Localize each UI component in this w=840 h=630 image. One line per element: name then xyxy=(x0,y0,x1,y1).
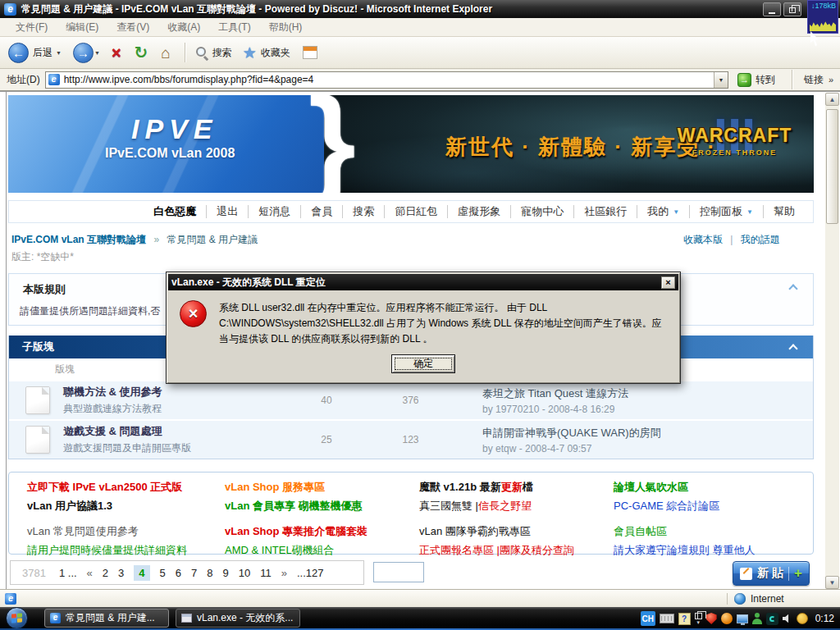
history-icon[interactable] xyxy=(303,46,317,59)
promo-link[interactable]: vLan 常見問題使用參考 xyxy=(27,524,220,539)
nav-pet-center[interactable]: 寵物中心 xyxy=(510,205,573,218)
address-input[interactable]: http://www.ipve.com/bbs/forumdisplay.php… xyxy=(64,74,714,85)
search-icon[interactable] xyxy=(196,47,208,59)
promo-link[interactable]: vLan Shop 服務專區 xyxy=(225,480,418,495)
antivirus-tray-icon[interactable] xyxy=(721,613,733,624)
promo-link[interactable]: 請大家遵守論壇規則 尊重他人 xyxy=(614,543,806,558)
forward-dropdown-icon[interactable]: ▼ xyxy=(94,50,100,56)
page-link-2[interactable]: 2 xyxy=(103,567,108,579)
ime-help-icon[interactable]: ? xyxy=(678,613,691,625)
page-link-9[interactable]: 9 xyxy=(222,567,228,579)
breadcrumb-root-link[interactable]: IPvE.COM vLan 互聯對戰論壇 xyxy=(11,234,146,245)
nav-my-menu[interactable]: 我的▼ xyxy=(637,205,689,218)
dialog-close-button[interactable]: × xyxy=(661,276,675,289)
nav-avatar[interactable]: 虛擬形象 xyxy=(447,205,510,218)
start-button[interactable] xyxy=(6,607,28,629)
nav-bank[interactable]: 社區銀行 xyxy=(573,205,637,218)
nav-members[interactable]: 會員 xyxy=(300,205,342,218)
scrollbar-thumb[interactable] xyxy=(826,109,838,224)
nav-control-panel-menu[interactable]: 控制面板▼ xyxy=(689,205,763,218)
forum-title-link[interactable]: 遊戲支援 & 問題處理 xyxy=(63,424,281,439)
menu-file[interactable]: 文件(F) xyxy=(7,21,57,34)
favorite-forum-link[interactable]: 收藏本版 xyxy=(683,234,723,245)
collapse-chevron-icon[interactable] xyxy=(788,344,797,353)
page-link-8[interactable]: 8 xyxy=(207,567,212,579)
messenger-smiley-icon[interactable] xyxy=(797,613,808,624)
forum-banner[interactable]: IPVE IPvE.COM vLan 2008 } 新世代 · 新體驗 · 新享… xyxy=(8,95,814,193)
links-chevron-icon[interactable]: » xyxy=(829,75,833,84)
nav-logout[interactable]: 退出 xyxy=(206,205,248,218)
toolbar-restore-control[interactable]: ▼ xyxy=(695,613,702,625)
taskbar-task-browser[interactable]: e 常見問題 & 用户建... xyxy=(44,609,169,628)
go-button[interactable]: → 转到 xyxy=(732,71,781,89)
scroll-up-button[interactable]: ▲ xyxy=(825,93,839,106)
promo-link[interactable]: 論壇人氣吹水區 xyxy=(614,480,806,495)
scroll-down-button[interactable]: ▼ xyxy=(825,576,839,589)
page-link-5[interactable]: 5 xyxy=(160,567,166,579)
menu-edit[interactable]: 编辑(E) xyxy=(57,21,107,34)
vertical-scrollbar[interactable]: ▲ ▼ xyxy=(825,93,839,589)
my-topics-link[interactable]: 我的話題 xyxy=(741,234,780,245)
promo-link[interactable]: 真三國無雙 |信長之野望 xyxy=(419,499,612,514)
nav-help[interactable]: 幫助 xyxy=(763,205,805,218)
keyboard-icon[interactable] xyxy=(660,614,674,623)
links-label[interactable]: 链接 xyxy=(804,73,824,87)
promo-link[interactable]: 會員自帖區 xyxy=(614,524,806,539)
refresh-button[interactable]: ↻ xyxy=(135,44,148,61)
table-row[interactable]: 聯機方法 & 使用參考 典型遊戲連線方法教程 40 376 泰坦之旅 Titan… xyxy=(9,380,813,419)
forum-title-link[interactable]: 聯機方法 & 使用參考 xyxy=(63,385,281,399)
new-post-button[interactable]: 新 貼 + xyxy=(733,561,810,586)
minimize-button[interactable] xyxy=(763,2,781,16)
page-link-6[interactable]: 6 xyxy=(176,567,181,579)
promo-link[interactable]: AMD & INTEL砌機組合 xyxy=(225,543,418,558)
menu-favorites[interactable]: 收藏(A) xyxy=(158,21,209,34)
forward-button[interactable]: → xyxy=(73,43,94,63)
page-link-11[interactable]: 11 xyxy=(260,567,272,579)
promo-link[interactable]: vLan 會員專享 砌機整機優惠 xyxy=(225,499,418,514)
taskbar-task-dialog[interactable]: vLan.exe - 无效的系... xyxy=(176,609,300,628)
language-indicator[interactable]: CH xyxy=(641,611,655,626)
last-post-link[interactable]: 申請開雷神戰爭(QUAKE WAR)的房間 xyxy=(482,426,661,441)
stop-button[interactable]: × xyxy=(112,44,121,61)
network-meter-widget[interactable]: ↓178kB xyxy=(807,0,838,34)
volume-icon[interactable] xyxy=(783,614,792,623)
network-tray-icon[interactable] xyxy=(737,614,748,623)
promo-link[interactable]: 魔獸 v1.21b 最新更新檔 xyxy=(419,480,612,495)
nav-search[interactable]: 搜索 xyxy=(342,205,384,218)
nav-redpacket[interactable]: 節日紅包 xyxy=(384,205,447,218)
back-dropdown-icon[interactable]: ▼ xyxy=(56,50,62,56)
promo-link[interactable]: 立即下載 IPvE vLan2500 正式版 xyxy=(27,480,220,495)
page-link-last[interactable]: ...127 xyxy=(297,567,324,579)
favorites-star-icon[interactable]: ★ xyxy=(243,43,257,62)
page-link-7[interactable]: 7 xyxy=(191,567,197,579)
app-tray-icon[interactable] xyxy=(766,613,778,625)
address-field[interactable]: e http://www.ipve.com/bbs/forumdisplay.p… xyxy=(45,71,728,89)
promo-link[interactable]: vLan 團隊爭霸約戰專區 xyxy=(419,524,612,539)
nav-username[interactable]: 白色惡魔 xyxy=(144,205,206,218)
promo-link[interactable]: 請用户提問時候儘量提供詳細資料 xyxy=(27,543,220,558)
dialog-titlebar[interactable]: vLan.exe - 无效的系统 DLL 重定位 × xyxy=(168,274,678,290)
promo-link[interactable]: PC-GAME 綜合討論區 xyxy=(614,499,806,514)
page-link-3[interactable]: 3 xyxy=(118,567,124,579)
page-prev-icon[interactable]: « xyxy=(87,567,93,579)
menu-help[interactable]: 帮助(H) xyxy=(260,21,312,34)
nav-messages[interactable]: 短消息 xyxy=(248,205,300,218)
promo-link[interactable]: vLan 用户協議1.3 xyxy=(27,499,220,514)
page-link-1[interactable]: 1 ... xyxy=(59,567,77,579)
collapse-chevron-icon[interactable] xyxy=(788,284,797,293)
search-label[interactable]: 搜索 xyxy=(212,46,232,60)
page-link-10[interactable]: 10 xyxy=(239,567,250,579)
table-row[interactable]: 遊戲支援 & 問題處理 遊戲支援問題及申請開區專版 25 123 申請開雷神戰爭… xyxy=(9,419,813,459)
menu-tools[interactable]: 工具(T) xyxy=(209,21,259,34)
last-post-link[interactable]: 泰坦之旅 Titan Quest 連線方法 xyxy=(482,386,628,401)
messenger-contact-icon[interactable] xyxy=(752,613,762,624)
page-jump-input[interactable] xyxy=(373,562,424,582)
promo-link[interactable]: vLan Shop 專業推介電腦套裝 xyxy=(225,524,418,539)
page-next-icon[interactable]: » xyxy=(281,567,287,579)
favorites-label[interactable]: 收藏夹 xyxy=(261,46,290,60)
home-button[interactable]: ⌂ xyxy=(161,45,170,61)
ok-button[interactable]: 确定 xyxy=(391,354,455,373)
menu-view[interactable]: 查看(V) xyxy=(107,21,158,34)
address-dropdown-button[interactable]: ▼ xyxy=(714,72,728,88)
security-shield-icon[interactable] xyxy=(706,613,717,624)
